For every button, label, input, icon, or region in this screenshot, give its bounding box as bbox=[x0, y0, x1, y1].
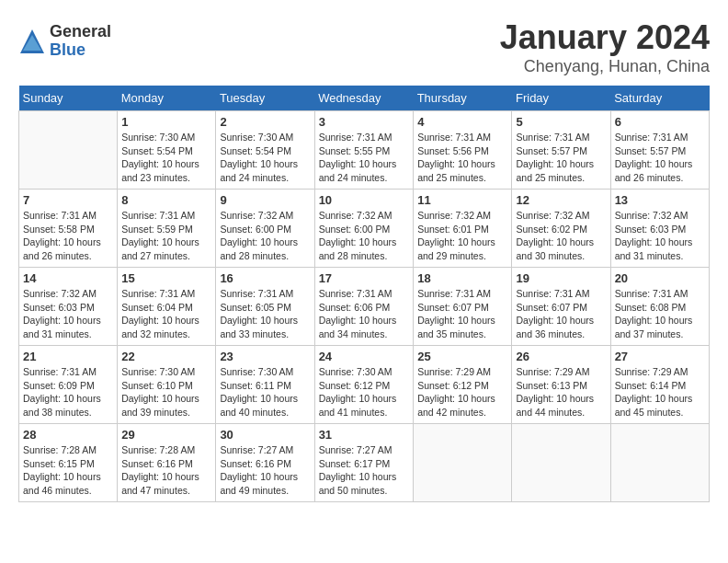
day-number: 15 bbox=[121, 271, 211, 285]
day-number: 28 bbox=[23, 428, 113, 442]
day-cell: 31 Sunrise: 7:27 AM Sunset: 6:17 PM Dayl… bbox=[314, 424, 414, 502]
page-header: General Blue January 2024 Chenyang, Huna… bbox=[18, 18, 710, 76]
day-number: 3 bbox=[319, 115, 410, 129]
day-info: Sunrise: 7:31 AM Sunset: 6:08 PM Dayligh… bbox=[615, 287, 705, 341]
day-cell: 28 Sunrise: 7:28 AM Sunset: 6:15 PM Dayl… bbox=[19, 424, 118, 502]
day-number: 8 bbox=[121, 193, 211, 207]
sunrise-text: Sunrise: 7:29 AM bbox=[516, 366, 589, 377]
daylight-text: Daylight: 10 hours and 25 minutes. bbox=[417, 158, 495, 183]
day-number: 31 bbox=[319, 428, 410, 442]
day-cell: 9 Sunrise: 7:32 AM Sunset: 6:00 PM Dayli… bbox=[216, 190, 314, 268]
day-number: 26 bbox=[516, 350, 606, 363]
week-row-4: 21 Sunrise: 7:31 AM Sunset: 6:09 PM Dayl… bbox=[19, 346, 710, 424]
weekday-header-tuesday: Tuesday bbox=[216, 86, 314, 111]
day-info: Sunrise: 7:30 AM Sunset: 6:11 PM Dayligh… bbox=[220, 365, 310, 419]
daylight-text: Daylight: 10 hours and 25 minutes. bbox=[516, 158, 594, 183]
day-cell: 15 Sunrise: 7:31 AM Sunset: 6:04 PM Dayl… bbox=[118, 268, 216, 346]
logo-text: General Blue bbox=[50, 23, 111, 60]
day-info: Sunrise: 7:32 AM Sunset: 6:00 PM Dayligh… bbox=[220, 209, 310, 263]
day-number: 30 bbox=[220, 428, 310, 442]
day-number: 25 bbox=[417, 350, 507, 363]
day-number: 23 bbox=[220, 350, 310, 363]
sunrise-text: Sunrise: 7:32 AM bbox=[23, 288, 97, 299]
daylight-text: Daylight: 10 hours and 24 minutes. bbox=[220, 158, 298, 183]
sunset-text: Sunset: 6:08 PM bbox=[615, 302, 687, 313]
logo-icon bbox=[18, 28, 46, 55]
day-number: 10 bbox=[319, 193, 410, 207]
sunset-text: Sunset: 6:03 PM bbox=[615, 224, 687, 235]
sunrise-text: Sunrise: 7:29 AM bbox=[417, 366, 491, 377]
day-cell bbox=[512, 424, 610, 502]
day-number: 20 bbox=[615, 271, 705, 285]
daylight-text: Daylight: 10 hours and 45 minutes. bbox=[615, 393, 693, 418]
sunset-text: Sunset: 6:10 PM bbox=[121, 380, 193, 391]
sunrise-text: Sunrise: 7:31 AM bbox=[121, 288, 195, 299]
day-cell: 22 Sunrise: 7:30 AM Sunset: 6:10 PM Dayl… bbox=[118, 346, 216, 424]
day-cell: 29 Sunrise: 7:28 AM Sunset: 6:16 PM Dayl… bbox=[118, 424, 216, 502]
sunset-text: Sunset: 6:13 PM bbox=[516, 380, 587, 391]
day-info: Sunrise: 7:29 AM Sunset: 6:13 PM Dayligh… bbox=[516, 365, 606, 419]
day-info: Sunrise: 7:30 AM Sunset: 6:10 PM Dayligh… bbox=[121, 365, 211, 419]
day-info: Sunrise: 7:27 AM Sunset: 6:17 PM Dayligh… bbox=[319, 443, 410, 498]
daylight-text: Daylight: 10 hours and 47 minutes. bbox=[121, 471, 199, 496]
day-info: Sunrise: 7:28 AM Sunset: 6:15 PM Dayligh… bbox=[23, 443, 113, 498]
sunrise-text: Sunrise: 7:32 AM bbox=[417, 210, 491, 221]
sunset-text: Sunset: 5:59 PM bbox=[121, 224, 193, 235]
week-row-5: 28 Sunrise: 7:28 AM Sunset: 6:15 PM Dayl… bbox=[19, 424, 710, 502]
day-info: Sunrise: 7:31 AM Sunset: 5:55 PM Dayligh… bbox=[319, 131, 410, 185]
day-number: 19 bbox=[516, 271, 606, 285]
sunrise-text: Sunrise: 7:31 AM bbox=[516, 132, 589, 143]
sunset-text: Sunset: 6:07 PM bbox=[417, 302, 489, 313]
day-number: 13 bbox=[615, 193, 705, 207]
sunrise-text: Sunrise: 7:31 AM bbox=[417, 288, 491, 299]
daylight-text: Daylight: 10 hours and 46 minutes. bbox=[23, 471, 101, 496]
calendar-table: SundayMondayTuesdayWednesdayThursdayFrid… bbox=[18, 86, 710, 502]
sunset-text: Sunset: 5:56 PM bbox=[417, 145, 489, 156]
day-number: 4 bbox=[417, 115, 507, 129]
day-number: 16 bbox=[220, 271, 310, 285]
daylight-text: Daylight: 10 hours and 27 minutes. bbox=[121, 236, 199, 261]
day-info: Sunrise: 7:32 AM Sunset: 6:03 PM Dayligh… bbox=[23, 287, 113, 341]
day-info: Sunrise: 7:31 AM Sunset: 5:58 PM Dayligh… bbox=[23, 209, 113, 263]
day-number: 22 bbox=[121, 350, 211, 363]
day-cell: 1 Sunrise: 7:30 AM Sunset: 5:54 PM Dayli… bbox=[118, 111, 216, 190]
day-cell: 21 Sunrise: 7:31 AM Sunset: 6:09 PM Dayl… bbox=[19, 346, 118, 424]
sunrise-text: Sunrise: 7:32 AM bbox=[319, 210, 392, 221]
week-row-2: 7 Sunrise: 7:31 AM Sunset: 5:58 PM Dayli… bbox=[19, 190, 710, 268]
daylight-text: Daylight: 10 hours and 26 minutes. bbox=[615, 158, 693, 183]
sunset-text: Sunset: 6:07 PM bbox=[516, 302, 587, 313]
daylight-text: Daylight: 10 hours and 39 minutes. bbox=[121, 393, 199, 418]
day-info: Sunrise: 7:31 AM Sunset: 5:56 PM Dayligh… bbox=[417, 131, 507, 185]
sunrise-text: Sunrise: 7:30 AM bbox=[121, 366, 195, 377]
weekday-header-thursday: Thursday bbox=[414, 86, 512, 111]
day-info: Sunrise: 7:32 AM Sunset: 6:02 PM Dayligh… bbox=[516, 209, 606, 263]
sunrise-text: Sunrise: 7:31 AM bbox=[121, 210, 195, 221]
day-number: 27 bbox=[615, 350, 705, 363]
day-info: Sunrise: 7:30 AM Sunset: 6:12 PM Dayligh… bbox=[319, 365, 410, 419]
day-cell: 17 Sunrise: 7:31 AM Sunset: 6:06 PM Dayl… bbox=[314, 268, 414, 346]
sunset-text: Sunset: 6:12 PM bbox=[417, 380, 489, 391]
day-cell: 8 Sunrise: 7:31 AM Sunset: 5:59 PM Dayli… bbox=[118, 190, 216, 268]
day-info: Sunrise: 7:31 AM Sunset: 6:09 PM Dayligh… bbox=[23, 365, 113, 419]
day-cell: 16 Sunrise: 7:31 AM Sunset: 6:05 PM Dayl… bbox=[216, 268, 314, 346]
day-cell: 10 Sunrise: 7:32 AM Sunset: 6:00 PM Dayl… bbox=[314, 190, 414, 268]
sunset-text: Sunset: 5:54 PM bbox=[220, 145, 291, 156]
day-cell: 6 Sunrise: 7:31 AM Sunset: 5:57 PM Dayli… bbox=[610, 111, 709, 190]
day-info: Sunrise: 7:31 AM Sunset: 6:05 PM Dayligh… bbox=[220, 287, 310, 341]
sunset-text: Sunset: 6:12 PM bbox=[319, 380, 391, 391]
day-cell bbox=[610, 424, 709, 502]
sunrise-text: Sunrise: 7:31 AM bbox=[615, 132, 688, 143]
day-cell: 2 Sunrise: 7:30 AM Sunset: 5:54 PM Dayli… bbox=[216, 111, 314, 190]
daylight-text: Daylight: 10 hours and 28 minutes. bbox=[220, 236, 298, 261]
day-cell: 12 Sunrise: 7:32 AM Sunset: 6:02 PM Dayl… bbox=[512, 190, 610, 268]
day-info: Sunrise: 7:32 AM Sunset: 6:03 PM Dayligh… bbox=[615, 209, 705, 263]
day-info: Sunrise: 7:31 AM Sunset: 5:57 PM Dayligh… bbox=[516, 131, 606, 185]
day-number: 11 bbox=[417, 193, 507, 207]
sunrise-text: Sunrise: 7:31 AM bbox=[220, 288, 293, 299]
sunrise-text: Sunrise: 7:27 AM bbox=[220, 444, 293, 455]
sunrise-text: Sunrise: 7:32 AM bbox=[220, 210, 293, 221]
sunrise-text: Sunrise: 7:32 AM bbox=[516, 210, 589, 221]
sunrise-text: Sunrise: 7:30 AM bbox=[319, 366, 392, 377]
day-number: 1 bbox=[121, 115, 211, 129]
daylight-text: Daylight: 10 hours and 32 minutes. bbox=[121, 315, 199, 339]
